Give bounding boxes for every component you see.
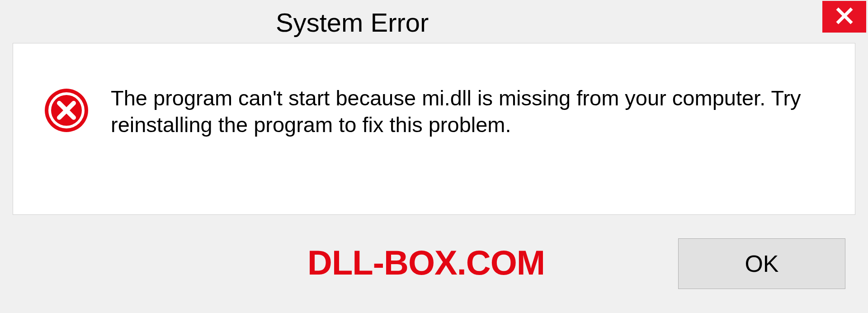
dialog-title: System Error	[276, 5, 429, 38]
error-icon	[44, 88, 89, 133]
content-area: The program can't start because mi.dll i…	[13, 43, 855, 215]
close-icon	[835, 6, 854, 28]
ok-button[interactable]: OK	[678, 238, 845, 289]
close-button[interactable]	[822, 1, 866, 33]
footer-area: DLL-BOX.COM OK	[0, 215, 868, 312]
error-message: The program can't start because mi.dll i…	[111, 84, 824, 138]
watermark-text: DLL-BOX.COM	[307, 243, 545, 282]
title-bar: System Error	[0, 0, 868, 43]
error-dialog: System Error The program can't start bec…	[0, 0, 868, 313]
